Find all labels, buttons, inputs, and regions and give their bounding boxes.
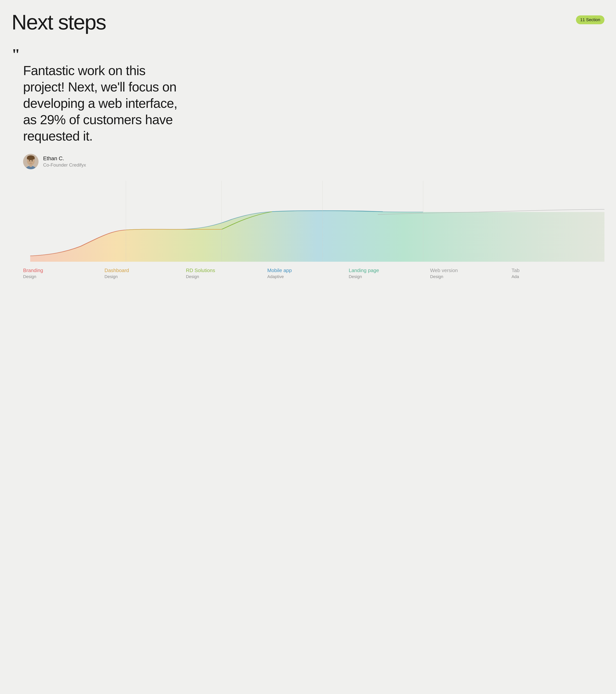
label-rd: RD Solutions Design [186, 268, 267, 279]
svg-rect-5 [27, 158, 35, 159]
author-name: Ethan C. [43, 156, 86, 162]
label-tab: Tab Ada [511, 268, 593, 279]
chart-svg [0, 181, 604, 262]
page-title: Next steps [12, 12, 106, 33]
chart-container [0, 181, 604, 262]
chart-area-fill [30, 211, 604, 262]
header-section: Next steps 11 Section [12, 12, 604, 33]
chart-labels: Branding Design Dashboard Design RD Solu… [12, 262, 604, 287]
svg-point-7 [32, 160, 33, 161]
section-badge: 11 Section [576, 15, 604, 24]
quote-mark: " [12, 48, 604, 60]
label-branding: Branding Design [23, 268, 105, 279]
svg-point-6 [29, 160, 30, 161]
author-title: Co-Founder Credifyx [43, 162, 86, 168]
author-info: Ethan C. Co-Founder Credifyx [43, 156, 86, 168]
label-landing: Landing page Design [349, 268, 430, 279]
label-web: Web version Design [430, 268, 511, 279]
quote-text: Fantastic work on this project! Next, we… [23, 62, 187, 144]
page-container: Next steps 11 Section " Fantastic work o… [0, 0, 616, 694]
author-section: Ethan C. Co-Founder Credifyx [23, 154, 604, 169]
label-mobile: Mobile app Adaptive [267, 268, 349, 279]
avatar [23, 154, 38, 169]
avatar-image [23, 154, 38, 169]
quote-section: " Fantastic work on this project! Next, … [12, 48, 604, 169]
label-dashboard: Dashboard Design [105, 268, 186, 279]
